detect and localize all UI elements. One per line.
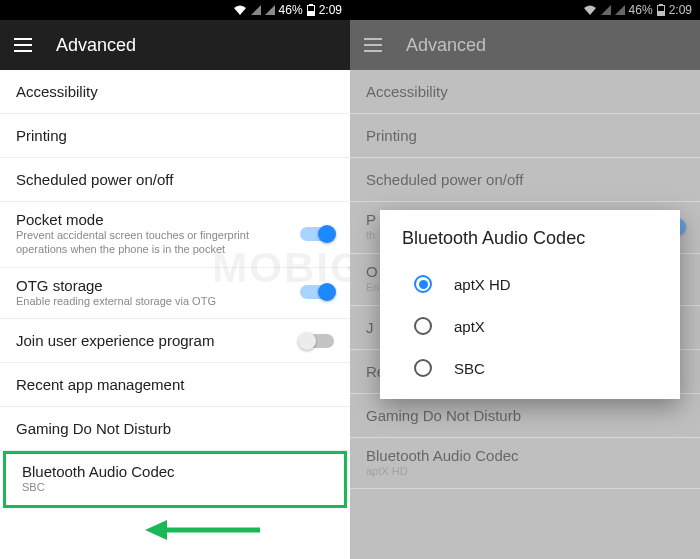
item-bluetooth-codec: Bluetooth Audio Codec aptX HD (350, 438, 700, 490)
item-label: Bluetooth Audio Codec (366, 447, 519, 464)
wifi-icon (233, 4, 247, 16)
item-label: O (366, 263, 379, 280)
item-label: Join user experience program (16, 332, 214, 349)
radio-icon (414, 359, 432, 377)
phone-left: 46% 2:09 Advanced Accessibility Printing… (0, 0, 350, 559)
svg-rect-2 (308, 6, 314, 11)
page-title: Advanced (56, 35, 136, 56)
radio-option-aptx[interactable]: aptX (380, 305, 680, 347)
item-gaming-dnd: Gaming Do Not Disturb (350, 394, 700, 438)
radio-icon (414, 317, 432, 335)
item-scheduled-power: Scheduled power on/off (350, 158, 700, 202)
item-otg-storage[interactable]: OTG storage Enable reading external stor… (0, 268, 350, 320)
item-label: Gaming Do Not Disturb (16, 420, 171, 437)
item-user-experience[interactable]: Join user experience program (0, 319, 350, 363)
item-bluetooth-codec[interactable]: Bluetooth Audio Codec SBC (6, 454, 344, 505)
item-printing[interactable]: Printing (0, 114, 350, 158)
item-label: OTG storage (16, 277, 216, 294)
battery-text: 46% (279, 3, 303, 17)
pocket-mode-switch[interactable] (300, 227, 334, 241)
item-pocket-mode[interactable]: Pocket mode Prevent accidental screen to… (0, 202, 350, 268)
item-sublabel: En (366, 281, 379, 295)
highlight-annotation: Bluetooth Audio Codec SBC (3, 451, 347, 508)
item-sublabel: th (366, 229, 376, 243)
item-accessibility: Accessibility (350, 70, 700, 114)
item-sublabel: Enable reading external storage via OTG (16, 295, 216, 309)
item-label: Printing (16, 127, 67, 144)
settings-list[interactable]: Accessibility Printing Scheduled power o… (0, 70, 350, 559)
dialog-bluetooth-codec: Bluetooth Audio Codec aptX HD aptX SBC (380, 210, 680, 399)
item-accessibility[interactable]: Accessibility (0, 70, 350, 114)
toolbar: Advanced (0, 20, 350, 70)
item-label: Bluetooth Audio Codec (22, 463, 175, 480)
item-label: Scheduled power on/off (366, 171, 523, 188)
radio-label: aptX HD (454, 276, 511, 293)
radio-label: SBC (454, 360, 485, 377)
item-gaming-dnd[interactable]: Gaming Do Not Disturb (0, 407, 350, 451)
item-sublabel: aptX HD (366, 465, 519, 479)
battery-icon (307, 4, 315, 16)
item-label: J (366, 319, 374, 336)
item-printing: Printing (350, 114, 700, 158)
clock-text: 2:09 (319, 3, 342, 17)
menu-icon[interactable] (14, 38, 32, 52)
user-experience-switch[interactable] (300, 334, 334, 348)
svg-rect-1 (309, 4, 313, 6)
item-label: Gaming Do Not Disturb (366, 407, 521, 424)
radio-option-sbc[interactable]: SBC (380, 347, 680, 389)
item-label: Recent app management (16, 376, 184, 393)
item-sublabel: SBC (22, 481, 175, 495)
item-label: Pocket mode (16, 211, 300, 228)
status-bar: 46% 2:09 (0, 0, 350, 20)
item-label: P (366, 211, 376, 228)
signal-icon (251, 5, 261, 15)
item-label: Printing (366, 127, 417, 144)
radio-option-aptx-hd[interactable]: aptX HD (380, 263, 680, 305)
item-label: Accessibility (366, 83, 448, 100)
item-label: Scheduled power on/off (16, 171, 173, 188)
radio-label: aptX (454, 318, 485, 335)
otg-storage-switch[interactable] (300, 285, 334, 299)
item-recent-apps[interactable]: Recent app management (0, 363, 350, 407)
item-label: Accessibility (16, 83, 98, 100)
dialog-title: Bluetooth Audio Codec (380, 228, 680, 263)
signal-icon (265, 5, 275, 15)
item-scheduled-power[interactable]: Scheduled power on/off (0, 158, 350, 202)
item-sublabel: Prevent accidental screen touches or fin… (16, 229, 300, 257)
radio-icon (414, 275, 432, 293)
